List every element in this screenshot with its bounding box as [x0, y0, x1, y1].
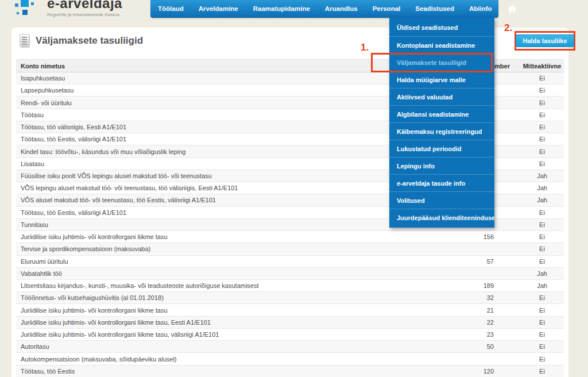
- account-name-cell[interactable]: Vabatahtlik töö: [16, 267, 448, 279]
- account-name-cell[interactable]: Töötasu, töö Eestis, välisriigi A1/E101: [16, 206, 448, 218]
- inactive-status-cell: Ei: [511, 97, 564, 109]
- account-name-cell[interactable]: Lapsepuhkusetasu: [16, 84, 448, 97]
- inactive-status-cell: Ei: [511, 292, 564, 304]
- nav-tab[interactable]: Aruandlus: [318, 0, 365, 18]
- account-number-cell: 23: [448, 328, 511, 340]
- inactive-status-cell: Ei: [511, 304, 564, 316]
- account-name-cell[interactable]: Töötasu, töö välisriigis, Eesti A1/E101: [16, 121, 448, 133]
- inactive-status-cell: Ei: [511, 341, 564, 353]
- inactive-status-cell: Ei: [511, 121, 564, 133]
- inactive-status-cell: Ei: [511, 84, 564, 97]
- document-icon: [18, 34, 30, 48]
- inactive-status-cell: Ei: [511, 353, 564, 365]
- home-icon: [508, 5, 517, 13]
- annotation-step-2: 2.: [504, 22, 512, 34]
- account-name-cell[interactable]: Töötasu: [16, 109, 448, 121]
- table-row[interactable]: Autoritasu 50 Ei: [16, 341, 564, 353]
- table-row[interactable]: Autokompensatsioon (maksuvaba, sõidupäev…: [16, 353, 564, 365]
- nav-tab[interactable]: Arveldamine: [191, 0, 246, 18]
- nav-tab[interactable]: Abiinfo: [462, 0, 500, 18]
- nav-items: Töölaud Arveldamine Raamatupidamine Arua…: [150, 0, 500, 18]
- dropdown-menu-item[interactable]: Üldised seadistused: [389, 19, 494, 36]
- account-name-cell[interactable]: Tunnitasu: [16, 218, 448, 230]
- account-number-cell: 32: [448, 292, 511, 304]
- account-name-cell[interactable]: Juriidilise isiku juhtimis- või kontroll…: [16, 328, 448, 340]
- page-title: Väljamaksete tasuliigid: [36, 35, 143, 47]
- manage-fee-types-button[interactable]: Halda tasuliike: [516, 34, 574, 47]
- account-number-cell: 120: [448, 365, 511, 377]
- dropdown-menu-item[interactable]: Lepingu info: [389, 157, 494, 174]
- table-row[interactable]: Juriidilise isiku juhtimis- või kontroll…: [16, 328, 564, 340]
- nav-tab[interactable]: Raamatupidamine: [246, 0, 318, 18]
- table-row[interactable]: Tervise ja spordikompensatsioon (maksuva…: [16, 243, 564, 255]
- inactive-status-cell: Ei: [511, 145, 564, 157]
- account-number-cell: [448, 243, 511, 255]
- table-row[interactable]: Vabatahtlik töö Jah: [16, 267, 564, 279]
- account-number-cell: 156: [448, 231, 511, 243]
- account-number-cell: [448, 267, 511, 279]
- account-name-cell[interactable]: Autokompensatsioon (maksuvaba, sõidupäev…: [16, 353, 448, 365]
- inactive-status-cell: Jah: [511, 194, 564, 206]
- table-row[interactable]: Juriidilise isiku juhtimis- või kontroll…: [16, 304, 564, 316]
- dropdown-menu-item[interactable]: e-arveldaja tasude info: [389, 174, 494, 191]
- account-name-cell[interactable]: Litsentsitasu kirjandus-, kunsti-, muusi…: [16, 279, 448, 291]
- inactive-status-cell: Ei: [511, 206, 564, 218]
- annotation-box-2: Halda tasuliike: [514, 31, 575, 51]
- nav-tab[interactable]: Töölaud: [150, 0, 191, 18]
- inactive-status-cell: Ei: [511, 231, 564, 243]
- home-button[interactable]: [500, 0, 525, 18]
- inactive-status-cell: Ei: [511, 109, 564, 121]
- inactive-status-cell: Jah: [511, 279, 564, 291]
- nav-tab[interactable]: Seadistused: [408, 0, 462, 18]
- table-row[interactable]: Juriidilise isiku juhtimis- või kontroll…: [16, 316, 564, 328]
- account-name-cell[interactable]: Rendi- või üüritulu: [16, 97, 448, 109]
- account-name-cell[interactable]: Juriidilise isiku juhtimis- või kontroll…: [16, 304, 448, 316]
- app-subtitle: Registrite ja Infosüsteemide Keskus: [47, 12, 122, 17]
- annotation-box-1: [371, 53, 493, 72]
- annotation-step-1: 1.: [361, 42, 369, 53]
- account-name-cell[interactable]: Eluruumi üüritulu: [16, 255, 448, 267]
- account-name-cell[interactable]: Töötasu, töö Eestis, välisriigi A1/E101: [16, 133, 448, 145]
- top-navbar: Töölaud Arveldamine Raamatupidamine Arua…: [150, 0, 498, 18]
- inactive-status-cell: Ei: [511, 243, 564, 255]
- dropdown-menu-item[interactable]: Kontoplaani seadistamine: [389, 36, 494, 53]
- dropdown-menu-item[interactable]: Aktiivsed valuutad: [389, 88, 494, 105]
- account-name-cell[interactable]: Lisatasu: [16, 157, 448, 170]
- account-name-cell[interactable]: Juriidilise isiku juhtimis- või kontroll…: [16, 231, 448, 243]
- inactive-status-cell: Ei: [511, 133, 564, 145]
- table-row[interactable]: Töötasu, töö Eestis 120 Ei: [16, 365, 564, 377]
- account-name-cell[interactable]: VÕS lepingu alusel makstud töö- või teen…: [16, 182, 448, 194]
- account-name-cell[interactable]: Töötasu, töö Eestis: [16, 365, 448, 377]
- settings-dropdown-menu: Üldised seadistused Kontoplaani seadista…: [389, 18, 494, 228]
- account-name-cell[interactable]: Füüsilise isiku poolt VÕS lepingu alusel…: [16, 170, 448, 182]
- dropdown-menu-item[interactable]: Käibemaksu registreeringud: [389, 122, 494, 140]
- dropdown-menu-item[interactable]: Algbilansi seadistamine: [389, 105, 494, 122]
- app-logo[interactable]: e-arveldaja Registrite ja Infosüsteemide…: [15, 0, 122, 18]
- account-name-cell[interactable]: Isapuhkusetasu: [16, 72, 448, 84]
- account-name-cell[interactable]: VÕS alusel makstud töö- või teenustasu, …: [16, 194, 448, 206]
- rik-logo-mark-icon: [15, 0, 47, 18]
- table-row[interactable]: Litsentsitasu kirjandus-, kunsti-, muusi…: [16, 279, 564, 291]
- dropdown-menu-item[interactable]: Halda müügiarve malle: [389, 71, 494, 88]
- inactive-status-cell: Jah: [511, 170, 564, 182]
- dropdown-menu-item[interactable]: Volitused: [389, 191, 494, 209]
- dropdown-menu-item[interactable]: Lukustatud perioodid: [389, 140, 494, 157]
- inactive-status-cell: Ei: [511, 157, 564, 170]
- account-number-cell: 21: [448, 304, 511, 316]
- account-name-cell[interactable]: Autoritasu: [16, 341, 448, 353]
- dropdown-menu-item[interactable]: Juurdepääsud klienditeenindusele: [389, 209, 494, 226]
- account-name-cell[interactable]: Kindel tasu: töövõtu-, käsundus või muu …: [16, 145, 448, 157]
- inactive-status-cell: Jah: [511, 267, 564, 279]
- nav-tab[interactable]: Personal: [365, 0, 408, 18]
- account-name-cell[interactable]: Juriidilise isiku juhtimis- või kontroll…: [16, 316, 448, 328]
- table-row[interactable]: Tööõnnetus- või kutsehaigushüvitis (al 0…: [16, 292, 564, 304]
- inactive-status-cell: Ei: [511, 365, 564, 377]
- inactive-status-cell: Jah: [511, 182, 564, 194]
- table-row[interactable]: Eluruumi üüritulu 57 Ei: [16, 255, 564, 267]
- account-name-cell[interactable]: Tööõnnetus- või kutsehaigushüvitis (al 0…: [16, 292, 448, 304]
- inactive-status-cell: Ei: [511, 255, 564, 267]
- table-row[interactable]: Juriidilise isiku juhtimis- või kontroll…: [16, 231, 564, 243]
- inactive-status-cell: Ei: [511, 328, 564, 340]
- account-number-cell: 50: [448, 341, 511, 353]
- account-name-cell[interactable]: Tervise ja spordikompensatsioon (maksuva…: [16, 243, 448, 255]
